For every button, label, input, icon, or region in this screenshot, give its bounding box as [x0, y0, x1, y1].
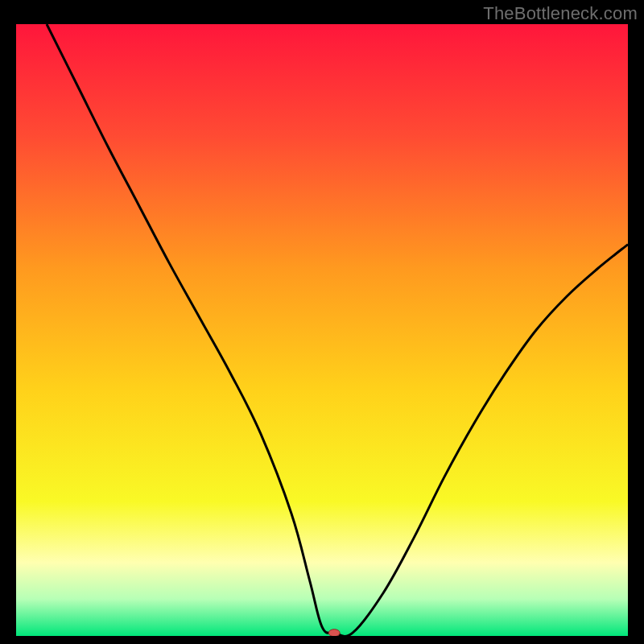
bottleneck-chart: [16, 24, 628, 636]
chart-frame: TheBottleneck.com: [0, 0, 644, 644]
watermark-text: TheBottleneck.com: [483, 3, 638, 24]
plot-area: [16, 24, 628, 636]
bottleneck-marker: [328, 630, 340, 636]
